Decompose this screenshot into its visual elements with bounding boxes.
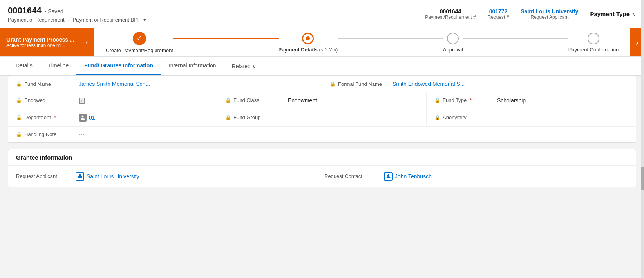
fund-type-label: 🔒 Fund Type * — [434, 97, 497, 103]
scrollbar-thumb[interactable] — [641, 167, 644, 190]
endowed-field: 🔒 Endowed ✓ — [8, 92, 217, 109]
grantee-section-header: Grantee Information — [8, 149, 636, 166]
tab-details[interactable]: Details — [8, 57, 40, 75]
department-required-star: * — [54, 114, 56, 120]
grantee-section-title: Grantee Information — [16, 154, 72, 161]
meta-request: 001772 Request # — [488, 8, 509, 20]
svg-rect-2 — [79, 174, 81, 176]
step-details: Payment Details (< 1 Min) — [279, 33, 338, 53]
sidebar-banner: Grant Payment Process ... Active for les… — [0, 28, 94, 56]
request-applicant-label: Request Applicant — [16, 173, 71, 179]
record-id: 0001644 — [8, 5, 42, 16]
meta-payment-number: 0001644 Payment/Requirement # — [425, 8, 476, 20]
breadcrumb: Payment or Requirement · Payment or Requ… — [8, 17, 425, 23]
fund-group-lock-icon: 🔒 — [225, 115, 231, 120]
fund-name-label-text: Fund Name — [24, 81, 51, 87]
fund-section-card: 🔒 Fund Name James Smith Memorial Sch... … — [8, 76, 636, 143]
step-approval-circle — [447, 33, 459, 44]
meta-payment-number-label: Payment/Requirement # — [425, 15, 476, 20]
anonymity-value: --- — [497, 114, 628, 121]
request-applicant-field: Request Applicant Saint Louis University — [16, 172, 320, 181]
svg-point-3 — [387, 174, 389, 176]
department-value-text: 01 — [89, 114, 95, 121]
fund-group-label: 🔒 Fund Group — [225, 114, 288, 120]
header-left: 0001644 - Saved Payment or Requirement ·… — [8, 5, 425, 23]
payment-type-text: Payment Type — [590, 11, 630, 17]
breadcrumb-secondary: Payment or Requirement BPF — [72, 17, 140, 23]
step-details-circle — [302, 33, 314, 44]
main-content: 🔒 Fund Name James Smith Memorial Sch... … — [0, 76, 644, 202]
fund-class-label: 🔒 Fund Class — [225, 97, 288, 103]
department-icon — [79, 114, 87, 122]
fund-class-lock-icon: 🔒 — [225, 98, 231, 103]
fund-row-3: 🔒 Department * 01 🔒 Fund Group — [8, 109, 636, 127]
tab-fund-grantee[interactable]: Fund/ Grantee Information — [76, 57, 161, 75]
breadcrumb-dropdown-icon[interactable]: ▾ — [143, 17, 146, 23]
fund-name-field: 🔒 Fund Name James Smith Memorial Sch... — [8, 76, 322, 92]
tab-timeline[interactable]: Timeline — [40, 57, 76, 75]
request-contact-label: Request Contact — [324, 173, 379, 179]
fund-name-label: 🔒 Fund Name — [16, 81, 79, 87]
fund-class-value: Endowment — [288, 97, 418, 104]
step-line-3 — [463, 38, 568, 39]
handling-note-lock-icon: 🔒 — [16, 132, 22, 137]
header-right: 0001644 Payment/Requirement # 001772 Req… — [425, 8, 636, 20]
tab-related[interactable]: Related ∨ — [224, 57, 264, 75]
step-confirmation: Payment Confirmation — [568, 33, 619, 53]
formal-fund-name-field: 🔒 Formal Fund Name Smith Endowed Memoria… — [322, 76, 636, 92]
svg-rect-1 — [78, 176, 82, 178]
department-link[interactable]: 01 — [79, 114, 209, 122]
progress-area: Grant Payment Process ... Active for les… — [0, 28, 644, 57]
anonymity-lock-icon: 🔒 — [434, 115, 440, 120]
endowed-value: ✓ — [79, 97, 209, 104]
endowed-checkbox[interactable]: ✓ — [79, 98, 85, 104]
department-value: 01 — [79, 114, 209, 122]
request-contact-field: Request Contact John Tenbusch — [324, 172, 628, 181]
meta-request-value[interactable]: 001772 — [488, 8, 509, 15]
nav-tabs: Details Timeline Fund/ Grantee Informati… — [0, 57, 644, 76]
step-details-label: Payment Details (< 1 Min) — [279, 47, 338, 53]
department-label-text: Department — [24, 114, 51, 120]
request-applicant-name: Saint Louis University — [87, 173, 139, 180]
fund-type-label-text: Fund Type — [443, 97, 467, 103]
meta-applicant-value[interactable]: Saint Louis University — [521, 8, 578, 15]
meta-applicant: Saint Louis University Request Applicant — [521, 8, 578, 20]
fund-name-value[interactable]: James Smith Memorial Sch... — [79, 81, 157, 87]
anonymity-label-text: Anonymity — [443, 114, 467, 120]
fund-class-field: 🔒 Fund Class Endowment — [217, 92, 427, 109]
request-contact-value[interactable]: John Tenbusch — [384, 172, 432, 181]
handling-note-field: 🔒 Handling Note --- — [8, 127, 636, 142]
step-confirmation-label: Payment Confirmation — [568, 47, 619, 53]
payment-type-chevron-icon[interactable]: ∨ — [633, 11, 636, 17]
endowed-label-text: Endowed — [24, 97, 45, 103]
anonymity-label: 🔒 Anonymity — [434, 114, 497, 120]
endowed-lock-icon: 🔒 — [16, 98, 22, 103]
anonymity-field: 🔒 Anonymity --- — [427, 109, 636, 126]
tab-internal-information[interactable]: Internal Information — [161, 57, 224, 75]
sidebar-banner-text: Grant Payment Process ... Active for les… — [6, 36, 86, 48]
tab-related-label: Related — [232, 63, 251, 69]
request-applicant-icon — [76, 172, 84, 181]
fund-group-value: --- — [288, 114, 418, 121]
step-create-circle: ✓ — [133, 32, 146, 45]
step-approval-label: Approval — [443, 47, 463, 53]
grantee-section-card: Grantee Information Request Applicant Sa… — [8, 149, 636, 187]
fund-row-4: 🔒 Handling Note --- — [8, 127, 636, 142]
endowed-label: 🔒 Endowed — [16, 97, 79, 103]
payment-type-section: Payment Type ∨ — [590, 11, 636, 17]
department-label: 🔒 Department * — [16, 114, 79, 120]
fund-class-label-text: Fund Class — [233, 97, 259, 103]
formal-fund-name-label: 🔒 Formal Fund Name — [330, 81, 393, 87]
svg-point-0 — [82, 115, 84, 117]
sidebar-collapse-icon[interactable]: ‹ — [86, 39, 88, 46]
handling-note-label-text: Handling Note — [24, 131, 56, 137]
formal-fund-name-value[interactable]: Smith Endowed Memorial S... — [393, 81, 471, 87]
meta-payment-number-value: 0001644 — [425, 8, 476, 15]
fund-type-value: Scholarship — [497, 97, 628, 104]
sidebar-banner-sub: Active for less than one mi... — [6, 43, 86, 48]
record-status: - Saved — [45, 8, 63, 15]
record-id-row: 0001644 - Saved — [8, 5, 425, 16]
request-applicant-value[interactable]: Saint Louis University — [76, 172, 139, 181]
fund-row-2: 🔒 Endowed ✓ 🔒 Fund Class Endowment 🔒 Fun… — [8, 92, 636, 109]
fund-type-required-star: * — [470, 97, 472, 103]
